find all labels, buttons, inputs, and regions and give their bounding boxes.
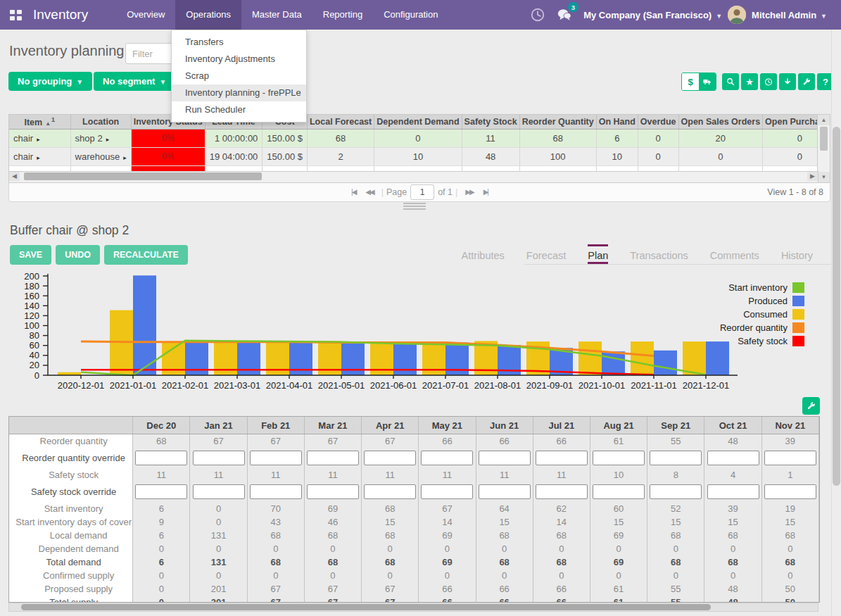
nav-menu-master-data[interactable]: Master Data xyxy=(241,0,312,30)
reorder-quantity-override-input-sep-21[interactable] xyxy=(650,451,702,465)
safety-stock-override-input-sep-21[interactable] xyxy=(650,484,702,499)
reorder-quantity-override-input-mar-21[interactable] xyxy=(307,451,359,465)
plan-horizontal-scrollbar[interactable] xyxy=(8,603,818,612)
recalculate-button[interactable]: RECALCULATE xyxy=(104,245,188,265)
undo-button[interactable]: UNDO xyxy=(56,245,100,265)
last-page-button[interactable]: ▶| xyxy=(483,188,488,196)
tab-transactions[interactable]: Transactions xyxy=(630,244,688,264)
tab-comments[interactable]: Comments xyxy=(710,244,759,264)
customize-wrench-button[interactable] xyxy=(798,73,815,90)
first-page-button[interactable]: |◀ xyxy=(351,188,355,196)
scroll-right-arrow[interactable]: ▶ xyxy=(807,172,818,181)
nav-menu-operations[interactable]: Operations xyxy=(175,0,241,30)
safety-stock-override-input-jul-21[interactable] xyxy=(536,484,588,499)
column-header-item[interactable]: Item▲1 xyxy=(9,115,70,130)
grid-row-chair-warehouse[interactable]: chair▸warehouse▸0%19 04:00:00150.00 $210… xyxy=(9,148,818,166)
reorder-quantity-override-input-oct-21[interactable] xyxy=(707,451,759,465)
safety-stock-override-input-may-21[interactable] xyxy=(421,484,473,499)
bar-produced[interactable] xyxy=(602,351,625,375)
legend-item-reorder-quantity[interactable]: Reorder quantity xyxy=(720,321,804,334)
segment-dropdown-button[interactable]: No segment▼ xyxy=(94,72,175,91)
safety-stock-override-input-nov-21[interactable] xyxy=(764,484,816,499)
safety-stock-override-input-aug-21[interactable] xyxy=(593,484,645,499)
safety-stock-override-input-jun-21[interactable] xyxy=(479,484,531,499)
bar-produced[interactable] xyxy=(133,275,156,375)
legend-item-start-inventory[interactable]: Start inventory xyxy=(720,281,804,294)
nav-menu-reporting[interactable]: Reporting xyxy=(312,0,373,30)
safety-stock-override-input-mar-21[interactable] xyxy=(307,484,359,499)
grid-vertical-scrollbar[interactable]: ▲ ▼ xyxy=(817,114,830,183)
column-header-open-purchases[interactable]: Open Purchases xyxy=(763,115,818,130)
safety-stock-override-input-dec-20[interactable] xyxy=(135,484,187,499)
legend-item-consumed[interactable]: Consumed xyxy=(720,308,804,321)
scrollbar-thumb[interactable] xyxy=(21,604,711,610)
reorder-quantity-override-input-may-21[interactable] xyxy=(421,451,473,465)
plan-customize-button[interactable] xyxy=(802,397,820,415)
column-header-location[interactable]: Location xyxy=(70,115,131,130)
context-caret-icon[interactable]: ▸ xyxy=(123,154,127,161)
download-button[interactable] xyxy=(779,73,796,90)
company-switcher[interactable]: My Company (San Francisco)▼ xyxy=(583,10,722,20)
reorder-quantity-override-input-dec-20[interactable] xyxy=(135,451,187,465)
activities-clock-icon[interactable] xyxy=(530,7,545,23)
reorder-quantity-override-input-jun-21[interactable] xyxy=(479,451,531,465)
safety-stock-override-input-oct-21[interactable] xyxy=(707,484,759,499)
bar-consumed[interactable] xyxy=(683,341,706,375)
reorder-quantity-override-input-jan-21[interactable] xyxy=(193,451,245,465)
grouping-dropdown-button[interactable]: No grouping▼ xyxy=(8,72,92,91)
menu-item-inventory-planning-frepple[interactable]: Inventory planning - frePPLe xyxy=(172,84,306,101)
page-scrollbar[interactable] xyxy=(831,30,841,616)
reorder-quantity-override-input-apr-21[interactable] xyxy=(364,451,416,465)
messages-icon[interactable]: 3 xyxy=(557,7,572,23)
reorder-quantity-override-input-nov-21[interactable] xyxy=(764,451,816,465)
column-header-open-sales-orders[interactable]: Open Sales Orders xyxy=(678,115,763,130)
reorder-quantity-override-input-feb-21[interactable] xyxy=(250,451,302,465)
scroll-down-arrow[interactable]: ▼ xyxy=(818,172,830,182)
recent-time-button[interactable] xyxy=(760,73,777,90)
nav-menu-configuration[interactable]: Configuration xyxy=(373,0,448,30)
column-header-overdue[interactable]: Overdue xyxy=(638,115,678,130)
safety-stock-override-input-apr-21[interactable] xyxy=(364,484,416,499)
reorder-quantity-override-input-aug-21[interactable] xyxy=(593,451,645,465)
bar-consumed[interactable] xyxy=(578,341,602,375)
menu-item-scrap[interactable]: Scrap xyxy=(172,68,306,84)
tab-attributes[interactable]: Attributes xyxy=(462,244,505,264)
menu-item-run-scheduler[interactable]: Run Scheduler xyxy=(172,101,306,118)
legend-item-safety-stock[interactable]: Safety stock xyxy=(720,334,804,348)
scrollbar-thumb[interactable] xyxy=(820,127,828,151)
page-number-input[interactable] xyxy=(410,184,434,200)
nav-menu-overview[interactable]: Overview xyxy=(116,0,175,30)
scroll-up-arrow[interactable]: ▲ xyxy=(818,115,830,125)
grid-resize-grip[interactable] xyxy=(403,203,426,211)
safety-stock-override-input-jan-21[interactable] xyxy=(193,484,245,499)
column-header-safety-stock[interactable]: Safety Stock xyxy=(462,115,519,130)
scroll-left-arrow[interactable]: ◀ xyxy=(9,172,20,181)
next-page-button[interactable]: ▶▶ xyxy=(465,188,473,196)
column-header-reorder-quantity[interactable]: Reorder Quantity xyxy=(519,115,596,130)
grid-horizontal-scrollbar[interactable]: ◀ ▶ xyxy=(8,171,818,183)
reorder-quantity-override-input-jul-21[interactable] xyxy=(536,451,588,465)
menu-item-transfers[interactable]: Transfers xyxy=(172,34,306,51)
column-header-on-hand[interactable]: On Hand xyxy=(596,115,638,130)
search-button[interactable] xyxy=(722,73,739,90)
context-caret-icon[interactable]: ▸ xyxy=(106,136,110,143)
save-button[interactable]: SAVE xyxy=(10,245,51,265)
tab-forecast[interactable]: Forecast xyxy=(526,244,566,264)
favorites-star-button[interactable]: ★ xyxy=(741,73,758,90)
app-name[interactable]: Inventory xyxy=(33,7,88,23)
grid-row-chair-shop-2[interactable]: chair▸shop 2▸0%1 00:00:00150.00 $6801168… xyxy=(9,130,818,148)
bar-produced[interactable] xyxy=(654,351,677,375)
menu-item-inventory-adjustments[interactable]: Inventory Adjustments xyxy=(172,51,306,68)
apps-menu-icon[interactable] xyxy=(10,10,22,20)
context-caret-icon[interactable]: ▸ xyxy=(37,136,40,143)
safety-stock-override-input-feb-21[interactable] xyxy=(250,484,302,499)
bar-consumed[interactable] xyxy=(631,341,654,375)
column-header-local-forecast[interactable]: Local Forecast xyxy=(307,115,374,130)
user-menu[interactable]: Mitchell Admin▼ xyxy=(752,10,827,20)
context-caret-icon[interactable]: ▸ xyxy=(37,154,40,161)
tab-history[interactable]: History xyxy=(781,244,813,264)
currency-dollar-toggle-button[interactable]: $ xyxy=(682,73,699,90)
tab-plan[interactable]: Plan xyxy=(588,244,608,264)
previous-page-button[interactable]: ◀◀ xyxy=(365,188,373,196)
user-avatar[interactable] xyxy=(728,6,746,24)
